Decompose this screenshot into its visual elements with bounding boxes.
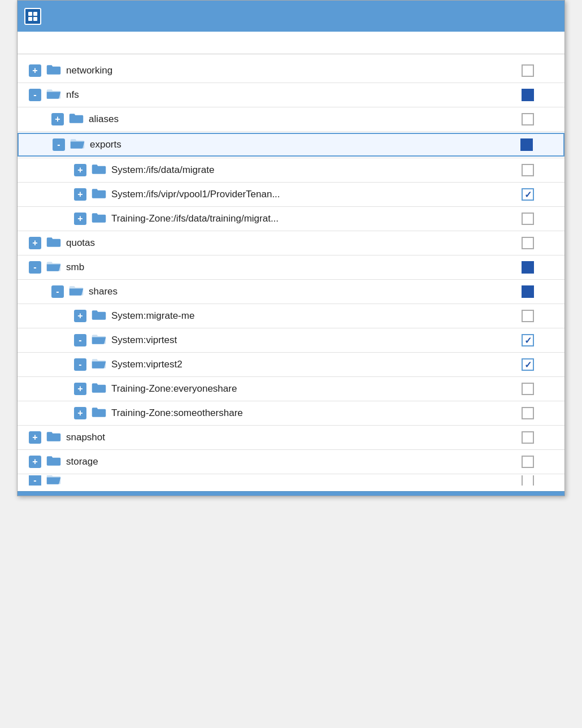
checkbox[interactable]: ✓ <box>522 334 534 346</box>
checkbox[interactable] <box>522 261 534 274</box>
collapse-button[interactable]: - <box>51 285 64 298</box>
checkbox-area <box>491 475 564 486</box>
tree-item[interactable]: - smb <box>18 257 564 278</box>
tree-item[interactable]: + aliases <box>18 109 564 130</box>
tree-item[interactable]: + System:migrate-me <box>18 305 564 327</box>
tree-item[interactable]: - nfs <box>18 84 564 106</box>
titlebar <box>18 1 564 32</box>
closed-folder-icon <box>46 454 66 469</box>
open-folder-icon <box>70 137 90 152</box>
open-folder-icon <box>46 260 66 275</box>
checkbox[interactable] <box>522 456 534 468</box>
expand-button[interactable]: + <box>74 164 86 176</box>
item-label: smb <box>66 262 84 273</box>
expand-button[interactable]: + <box>29 431 41 444</box>
svg-rect-2 <box>28 17 32 21</box>
item-label: Training-Zone:everyoneshare <box>111 383 237 395</box>
expand-button[interactable]: + <box>74 407 86 419</box>
svg-rect-0 <box>28 12 32 16</box>
checkbox[interactable] <box>522 213 534 225</box>
expand-button[interactable]: + <box>29 237 41 249</box>
checkbox-area <box>490 138 563 151</box>
expand-button[interactable]: + <box>51 113 64 125</box>
tree-item[interactable]: + Training-Zone:someothershare <box>18 402 564 424</box>
tree-item[interactable]: + System:/ifs/data/migrate <box>18 159 564 181</box>
checkbox-area <box>491 164 564 176</box>
app-icon <box>24 8 41 25</box>
item-label: networking <box>66 65 112 76</box>
closed-folder-icon <box>91 187 111 202</box>
expand-button[interactable]: + <box>29 64 41 77</box>
checkbox-area <box>491 456 564 468</box>
collapse-button[interactable]: - <box>74 358 86 371</box>
item-label: nfs <box>66 89 79 101</box>
collapse-button[interactable]: - <box>74 334 86 346</box>
item-label: System:migrate-me <box>111 310 194 322</box>
minimize-button[interactable] <box>506 10 519 23</box>
checkbox-area: ✓ <box>491 188 564 201</box>
tree-item[interactable]: + quotas <box>18 232 564 254</box>
expand-button[interactable]: + <box>74 383 86 395</box>
checkbox[interactable] <box>522 89 534 101</box>
item-label: System:/ifs/data/migrate <box>111 164 214 176</box>
checkbox[interactable] <box>522 285 534 298</box>
checkbox-area: ✓ <box>491 358 564 371</box>
item-label: aliases <box>89 114 119 125</box>
maximize-button[interactable] <box>525 10 538 23</box>
item-label: System:/ifs/vipr/vpool1/ProviderTenan... <box>111 189 280 200</box>
tree-item[interactable]: - shares <box>18 281 564 302</box>
tree-item[interactable]: - <box>18 475 564 486</box>
closed-folder-icon <box>46 236 66 250</box>
collapse-button[interactable]: - <box>29 261 41 274</box>
close-button[interactable] <box>544 10 558 23</box>
checkbox[interactable] <box>522 475 534 486</box>
closed-folder-icon <box>91 406 111 421</box>
expand-button[interactable]: + <box>29 456 41 468</box>
checkbox[interactable] <box>522 383 534 395</box>
svg-rect-1 <box>33 12 37 16</box>
collapse-button[interactable]: - <box>29 475 41 486</box>
collapse-button[interactable]: - <box>29 89 41 101</box>
closed-folder-icon <box>91 211 111 226</box>
closed-folder-icon <box>91 382 111 396</box>
item-label: quotas <box>66 237 95 249</box>
item-label: Training-Zone:someothershare <box>111 408 243 419</box>
column-headers <box>18 32 564 54</box>
checkbox[interactable] <box>522 64 534 77</box>
tree-item[interactable]: - System:viprtest2 ✓ <box>18 354 564 375</box>
item-label: Training-Zone:/ifs/data/training/migrat.… <box>111 213 279 224</box>
checkbox[interactable] <box>522 164 534 176</box>
checkbox[interactable] <box>522 407 534 419</box>
tree-item[interactable]: + Training-Zone:everyoneshare <box>18 378 564 400</box>
expand-button[interactable]: + <box>74 310 86 322</box>
checkbox[interactable]: ✓ <box>522 188 534 201</box>
tree-item[interactable]: + snapshot <box>18 427 564 448</box>
open-folder-icon <box>46 475 66 486</box>
tree-item[interactable]: + storage <box>18 451 564 473</box>
tree-item[interactable]: - System:viprtest ✓ <box>18 330 564 351</box>
svg-rect-7 <box>523 289 528 294</box>
expand-button[interactable]: + <box>74 188 86 201</box>
window-controls <box>506 10 558 23</box>
closed-folder-icon <box>46 430 66 445</box>
svg-rect-6 <box>523 265 528 270</box>
checkbox-area: ✓ <box>491 334 564 346</box>
inventory-window: + networking- nfs + aliases- exports + S… <box>17 0 565 496</box>
tree-item[interactable]: - exports <box>18 133 564 157</box>
tree-item[interactable]: + networking <box>18 60 564 81</box>
checkbox[interactable] <box>522 237 534 249</box>
tree-container: + networking- nfs + aliases- exports + S… <box>18 54 564 491</box>
checkbox-area <box>491 113 564 125</box>
open-folder-icon <box>46 88 66 102</box>
item-label: shares <box>89 286 118 297</box>
checkbox[interactable] <box>522 431 534 444</box>
checkbox-area <box>491 431 564 444</box>
checkbox[interactable] <box>520 138 533 151</box>
tree-item[interactable]: + System:/ifs/vipr/vpool1/ProviderTenan.… <box>18 184 564 205</box>
checkbox[interactable] <box>522 310 534 322</box>
checkbox[interactable] <box>522 113 534 125</box>
tree-item[interactable]: + Training-Zone:/ifs/data/training/migra… <box>18 208 564 229</box>
expand-button[interactable]: + <box>74 213 86 225</box>
collapse-button[interactable]: - <box>53 138 65 151</box>
checkbox[interactable]: ✓ <box>522 358 534 371</box>
